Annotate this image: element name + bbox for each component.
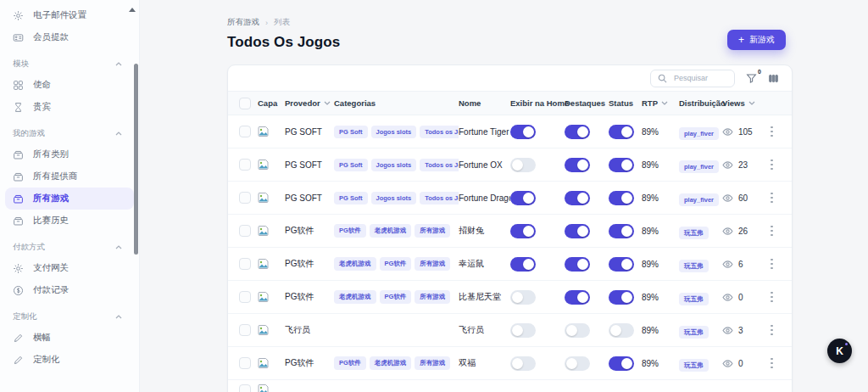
row-checkbox[interactable] — [239, 126, 251, 137]
sidebar-item[interactable]: 会员提款 — [5, 26, 134, 48]
show-home-toggle[interactable] — [510, 356, 536, 371]
sidebar-section-label: 我的游戏 — [13, 128, 45, 139]
show-home-toggle[interactable] — [510, 257, 536, 272]
sidebar-item[interactable]: 横幅 — [5, 327, 134, 349]
row-checkbox[interactable] — [239, 258, 251, 270]
columns-icon[interactable] — [768, 73, 779, 84]
category-badge: Todos os Jogos — [420, 192, 459, 204]
row-checkbox[interactable] — [239, 225, 251, 237]
sidebar-item-label: 所有类别 — [33, 148, 69, 160]
column-header[interactable]: RTP — [642, 98, 679, 108]
column-header: Categorias — [334, 98, 459, 108]
row-actions-menu[interactable] — [763, 322, 781, 339]
provider-cell: PG SOFT — [285, 193, 334, 203]
column-header[interactable]: Provedor — [285, 98, 334, 108]
row-actions-menu[interactable] — [763, 156, 781, 174]
sidebar-item[interactable]: 比赛历史 — [5, 210, 134, 232]
filter-icon[interactable]: 0 — [746, 73, 757, 84]
table-header-row: Capa Provedor Categorias Nome Exibir na … — [228, 91, 792, 115]
chevron-down-icon — [748, 101, 755, 105]
featured-toggle[interactable] — [565, 290, 590, 305]
sidebar-section-label: 付款方式 — [13, 242, 45, 253]
chevron-up-icon — [115, 62, 122, 66]
select-all-checkbox[interactable] — [239, 98, 251, 109]
name-cell: Fortune OX — [459, 160, 510, 170]
table-row: PG软件 PG软件老虎机游戏所有游戏 招财兔 89% 玩五弗 26 — [228, 215, 792, 248]
new-game-button[interactable]: + 新游戏 — [727, 30, 786, 50]
status-toggle[interactable] — [609, 125, 634, 139]
row-checkbox[interactable] — [239, 384, 251, 392]
row-checkbox[interactable] — [239, 357, 251, 369]
status-toggle[interactable] — [609, 323, 634, 338]
sidebar-item[interactable]: 所有类别 — [5, 143, 134, 165]
sidebar-item[interactable]: 所有提供商 — [5, 165, 134, 188]
status-toggle[interactable] — [609, 158, 634, 172]
breadcrumb-all-games[interactable]: 所有游戏 — [227, 17, 259, 28]
table-row: PG软件 老虎机游戏PG软件所有游戏 幸运鼠 89% 玩五弗 6 — [228, 248, 792, 281]
floating-k-button[interactable]: K — [827, 339, 852, 363]
chevron-up-icon — [115, 245, 122, 249]
sidebar-section[interactable]: 我的游戏 — [0, 123, 139, 143]
show-home-toggle[interactable] — [510, 125, 536, 139]
status-toggle[interactable] — [609, 290, 634, 305]
sidebar-item[interactable]: 电子邮件设置 — [5, 4, 134, 26]
provider-cell: PG SOFT — [285, 160, 334, 170]
sidebar-item[interactable]: 付款记录 — [5, 279, 134, 301]
featured-toggle[interactable] — [565, 158, 590, 172]
row-actions-menu[interactable] — [763, 189, 781, 207]
eye-icon — [722, 359, 733, 368]
sidebar-section-label: 定制化 — [13, 311, 37, 322]
sidebar-scrollbar[interactable] — [134, 64, 138, 255]
card-icon — [13, 32, 24, 43]
row-actions-menu[interactable] — [763, 355, 781, 372]
breadcrumb-list: 列表 — [274, 17, 290, 28]
distribution-badge: play_fiver — [679, 193, 719, 206]
category-badge: Jogos slots — [371, 192, 417, 204]
sidebar-item[interactable]: 支付网关 — [5, 257, 134, 279]
featured-toggle[interactable] — [565, 356, 590, 371]
table-row: 飞行员 飞行员 89% 玩五弗 3 — [228, 314, 792, 347]
sidebar-section[interactable]: 付款方式 — [0, 237, 139, 257]
row-actions-menu[interactable] — [763, 288, 781, 306]
show-home-toggle[interactable] — [510, 290, 536, 305]
sidebar-item[interactable]: 贵宾 — [5, 96, 134, 118]
status-toggle[interactable] — [609, 191, 634, 205]
table-row-partial — [228, 380, 792, 392]
featured-toggle[interactable] — [565, 224, 590, 238]
show-home-toggle[interactable] — [510, 158, 536, 172]
show-home-toggle[interactable] — [510, 224, 536, 238]
sidebar-section[interactable]: 模块 — [0, 53, 139, 74]
featured-toggle[interactable] — [565, 323, 590, 338]
row-checkbox[interactable] — [239, 291, 251, 303]
featured-toggle[interactable] — [565, 191, 590, 205]
row-actions-menu[interactable] — [763, 123, 781, 141]
search-box[interactable] — [650, 70, 735, 87]
search-input[interactable] — [672, 73, 727, 83]
table-body: PG SOFT PG SoftJogos slotsTodos os Jogos… — [228, 115, 792, 392]
column-header: Status — [609, 98, 642, 108]
status-toggle[interactable] — [609, 224, 634, 238]
sidebar: 电子邮件设置 会员提款 模块 使命 贵宾 我的游戏 所有类别 所有提供商 所有游… — [0, 0, 140, 392]
sidebar-section[interactable]: 定制化 — [0, 306, 139, 327]
featured-toggle[interactable] — [565, 257, 590, 272]
broken-image-icon — [258, 126, 285, 137]
status-toggle[interactable] — [609, 356, 634, 371]
scroll-up-arrow[interactable] — [129, 8, 136, 12]
row-checkbox[interactable] — [239, 159, 251, 171]
show-home-toggle[interactable] — [510, 191, 536, 205]
show-home-toggle[interactable] — [510, 323, 536, 338]
featured-toggle[interactable] — [565, 125, 590, 139]
cover-cell — [258, 292, 285, 302]
row-actions-menu[interactable] — [763, 255, 781, 273]
sidebar-item[interactable]: 使命 — [5, 74, 134, 96]
sidebar-item[interactable]: 定制化 — [5, 349, 134, 371]
column-header[interactable]: Views — [722, 98, 763, 108]
sidebar-item[interactable]: 所有游戏 — [5, 188, 134, 210]
row-checkbox[interactable] — [239, 324, 251, 336]
sidebar-item-label: 所有游戏 — [33, 193, 69, 204]
row-checkbox[interactable] — [239, 192, 251, 204]
eye-icon — [722, 326, 733, 335]
table-row: PG软件 老虎机游戏PG软件所有游戏 比基尼天堂 89% 玩五弗 0 — [228, 281, 792, 314]
row-actions-menu[interactable] — [763, 222, 781, 240]
status-toggle[interactable] — [609, 257, 634, 272]
